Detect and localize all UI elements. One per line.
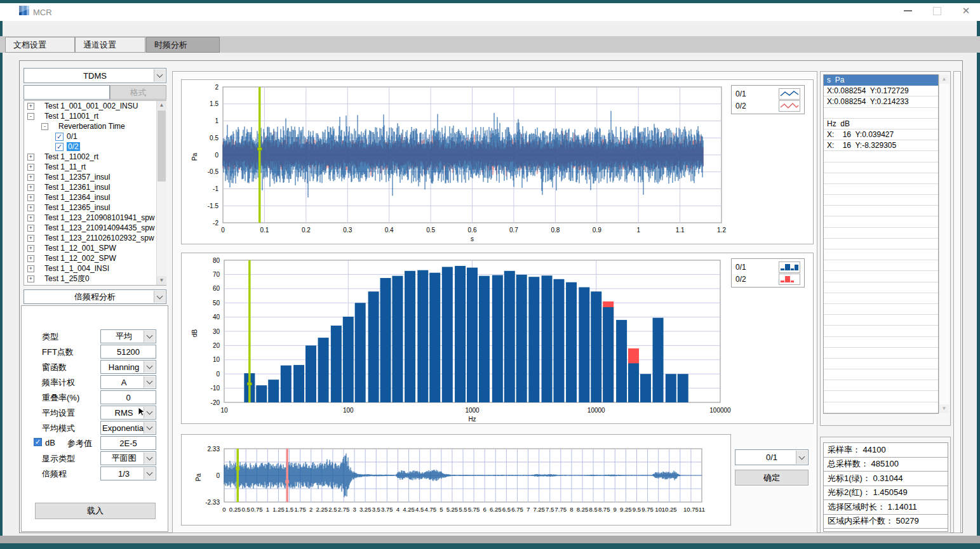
readout-row[interactable] xyxy=(824,173,938,184)
tree-scrollbar[interactable]: ▲ ▼ xyxy=(156,101,166,285)
readout-row[interactable] xyxy=(824,282,938,293)
cursor-green-handle[interactable] xyxy=(257,148,262,150)
chevron-down-icon[interactable] xyxy=(144,422,155,433)
readout-row[interactable] xyxy=(824,162,938,173)
tree-item[interactable]: +Test 1_12361_insul xyxy=(24,182,166,192)
chevron-down-icon[interactable] xyxy=(144,453,155,464)
tree-item[interactable]: +Test 1_123_211026102932_spw xyxy=(24,233,166,243)
expand-icon[interactable]: + xyxy=(27,204,34,211)
readout-row[interactable] xyxy=(824,369,938,380)
tab-3[interactable]: 时频分析 xyxy=(146,37,220,53)
scroll-down-icon[interactable]: ▼ xyxy=(157,276,166,285)
expand-icon[interactable]: + xyxy=(27,245,34,252)
readout-row[interactable] xyxy=(824,195,938,206)
tree-item[interactable]: +Test 1_12_001_SPW xyxy=(24,243,166,253)
tree-scrollbar-thumb[interactable] xyxy=(158,110,166,182)
expand-icon[interactable]: + xyxy=(27,275,34,282)
minimize-button[interactable] xyxy=(898,4,917,18)
tree-item[interactable]: +Test 1_11002_rt xyxy=(24,152,166,162)
scroll-down-icon[interactable]: ▼ xyxy=(939,404,949,413)
collapse-icon[interactable]: - xyxy=(41,123,48,130)
field-input[interactable]: 51200 xyxy=(100,345,156,359)
tab-2[interactable]: 通道设置 xyxy=(75,37,145,53)
checkbox-icon[interactable]: ✓ xyxy=(55,143,64,151)
chevron-down-icon[interactable] xyxy=(796,451,807,464)
filter-input[interactable] xyxy=(23,85,110,100)
checkbox-icon[interactable]: ✓ xyxy=(55,133,64,141)
maximize-button[interactable] xyxy=(927,4,946,18)
readout-row[interactable] xyxy=(824,108,938,119)
field-select[interactable]: A xyxy=(100,375,156,389)
readout-row[interactable] xyxy=(824,348,938,359)
readout-header-row[interactable]: s Pa xyxy=(824,75,938,86)
chevron-down-icon[interactable] xyxy=(154,291,165,303)
field-select[interactable]: 1/3 xyxy=(100,466,156,480)
expand-icon[interactable]: + xyxy=(27,225,34,232)
format-button[interactable]: 格式 xyxy=(110,85,166,100)
readout-row[interactable]: Hz dB xyxy=(824,119,938,129)
readout-row[interactable] xyxy=(824,206,938,216)
expand-icon[interactable]: + xyxy=(27,194,34,201)
tree-item[interactable]: +Test 1_123_210908101941_spw xyxy=(24,213,166,223)
readout-row[interactable] xyxy=(824,337,938,348)
scroll-up-icon[interactable]: ▲ xyxy=(157,101,166,110)
field-select[interactable]: 平面图 xyxy=(100,451,156,465)
cursor-readout-list[interactable]: s PaX:0.088254 Y:0.172729X:0.088254 Y:0.… xyxy=(823,74,939,414)
readout-row[interactable] xyxy=(824,151,938,162)
readout-scrollbar[interactable]: ▲ ▼ xyxy=(939,75,949,413)
tree-item[interactable]: +Test 1_1_004_INSI xyxy=(24,263,166,274)
chevron-down-icon[interactable] xyxy=(144,376,155,388)
tree-item[interactable]: +Test 1_12365_insul xyxy=(24,202,166,213)
confirm-button[interactable]: 确定 xyxy=(735,470,809,486)
expand-icon[interactable]: + xyxy=(27,164,34,171)
cursor1-green-handle[interactable] xyxy=(236,467,239,470)
readout-row[interactable] xyxy=(824,260,938,271)
expand-icon[interactable]: + xyxy=(27,215,34,222)
readout-row[interactable] xyxy=(824,391,938,402)
readout-row[interactable] xyxy=(824,228,938,239)
readout-row[interactable] xyxy=(824,326,938,336)
readout-row[interactable] xyxy=(824,271,938,282)
readout-row[interactable] xyxy=(824,380,938,391)
tree-item[interactable]: ✓0/1 xyxy=(24,131,166,142)
readout-row[interactable] xyxy=(824,359,938,369)
tree-item[interactable]: +Test 1_12_002_SPW xyxy=(24,253,166,263)
readout-row[interactable] xyxy=(824,239,938,249)
readout-row[interactable]: X:0.088254 Y:0.172729 xyxy=(824,86,938,96)
chevron-down-icon[interactable] xyxy=(144,331,155,342)
channel-select[interactable]: 0/1 xyxy=(735,449,809,465)
close-button[interactable]: ✕ xyxy=(957,4,976,18)
tree-item[interactable]: +Test 1_123_210914094435_spw xyxy=(24,223,166,233)
field-input[interactable]: 0 xyxy=(100,390,156,404)
analysis-type-select[interactable]: 倍频程分析 xyxy=(23,289,166,304)
readout-row[interactable] xyxy=(824,304,938,315)
tree-item[interactable]: +Test 1_25度0 xyxy=(24,274,166,284)
readout-row[interactable] xyxy=(824,249,938,260)
collapse-icon[interactable]: - xyxy=(27,113,34,120)
cursor-green-handle[interactable] xyxy=(247,383,252,385)
readout-row[interactable] xyxy=(824,184,938,195)
field-select[interactable]: RMS xyxy=(100,406,156,420)
load-button[interactable]: 载入 xyxy=(35,503,156,519)
splitter[interactable] xyxy=(953,71,961,533)
readout-row[interactable]: X: 16 Y:-8.329305 xyxy=(824,140,938,151)
db-checkbox-icon[interactable]: ✓ xyxy=(34,438,42,446)
tree-item[interactable]: ✓0/2 xyxy=(24,142,166,152)
tree-item[interactable]: +Test 1_12357_insul xyxy=(24,172,166,182)
spectrum-chart[interactable]: -20-100102030405060708010100100010000100… xyxy=(182,253,813,423)
expand-icon[interactable]: + xyxy=(27,235,34,242)
readout-row[interactable]: X: 16 Y:0.039427 xyxy=(824,129,938,140)
field-select[interactable]: Exponential xyxy=(100,421,156,435)
expand-icon[interactable]: + xyxy=(27,103,34,110)
tree-item[interactable]: +Test 1_12364_insul xyxy=(24,192,166,202)
field-select[interactable]: Hanning xyxy=(100,360,156,374)
expand-icon[interactable]: + xyxy=(27,174,34,181)
tree-item[interactable]: -Test 1_11001_rt xyxy=(24,111,166,121)
field-select[interactable]: 平均 xyxy=(100,329,156,343)
readout-row[interactable] xyxy=(824,293,938,304)
time-waveform-chart[interactable]: -2-1.5-1-0.500.511.5200.10.20.30.40.50.6… xyxy=(182,80,813,244)
tree-item[interactable]: +Test 1_11_rt xyxy=(24,162,166,172)
expand-icon[interactable]: + xyxy=(27,255,34,262)
readout-row[interactable] xyxy=(824,402,938,413)
chevron-down-icon[interactable] xyxy=(144,468,155,479)
